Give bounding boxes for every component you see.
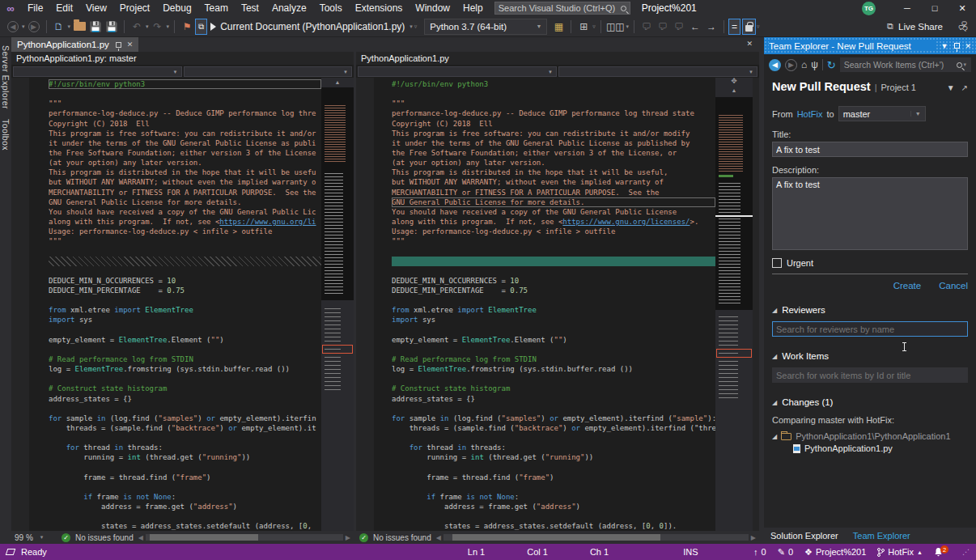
nav-dropdown-members[interactable]: ▼ <box>558 66 757 77</box>
refresh-icon[interactable]: ↻ <box>827 59 836 71</box>
diff-overflow[interactable]: ▿ <box>757 23 760 30</box>
quick-search-box[interactable]: Search Visual Studio (Ctrl+Q) <box>494 2 630 15</box>
menu-file[interactable]: File <box>21 2 49 14</box>
pending-edits[interactable]: ✎ 0 <box>778 547 793 558</box>
create-button[interactable]: Create <box>893 281 922 291</box>
repository-picker[interactable]: ❖ Project%201 <box>804 547 866 558</box>
forward-button[interactable]: ▶ <box>785 59 797 71</box>
maximize-button[interactable]: □ <box>921 0 948 16</box>
live-share-label[interactable]: Live Share <box>898 22 943 32</box>
user-avatar[interactable]: TG <box>862 2 876 15</box>
python-environment-dropdown[interactable]: Python 3.7 (64-bit) ▼ <box>424 19 547 35</box>
reviewers-search-input[interactable] <box>772 321 968 337</box>
split-handle-icon[interactable]: ✥ <box>715 77 753 85</box>
target-branch-dropdown[interactable]: master ▼ <box>838 106 926 121</box>
status-line[interactable]: Ln 1 <box>468 547 485 557</box>
back-button[interactable]: ◀ <box>769 59 781 71</box>
comment-prev-icon[interactable]: 🗩 <box>656 19 670 35</box>
navigate-back-dropdown[interactable]: ▾ <box>22 23 25 30</box>
open-file-icon[interactable] <box>72 19 87 35</box>
notifications-button[interactable]: 2 <box>934 547 943 557</box>
menu-project[interactable]: Project <box>113 2 156 14</box>
tab-solution-explorer[interactable]: Solution Explorer <box>770 531 838 541</box>
scroll-up-icon[interactable]: ▲ <box>321 79 354 85</box>
pr-title-input[interactable] <box>772 142 968 157</box>
changes-folder-row[interactable]: ◢ PythonApplication1\PythonApplication1 <box>772 431 968 441</box>
home-icon[interactable]: ⌂ <box>801 59 807 70</box>
menu-edit[interactable]: Edit <box>49 2 79 14</box>
background-tasks-icon[interactable] <box>6 549 16 555</box>
minimize-button[interactable]: ─ <box>893 0 921 16</box>
attach-icon[interactable]: ⚑ <box>180 19 194 35</box>
pin-icon[interactable] <box>116 42 121 48</box>
menu-debug[interactable]: Debug <box>156 2 197 14</box>
side-by-side-dropdown[interactable]: ▾ <box>626 23 630 30</box>
redo-icon[interactable]: ↷ <box>151 19 165 35</box>
tab-close-icon[interactable]: ✕ <box>127 40 134 49</box>
status-column[interactable]: Col 1 <box>527 547 548 557</box>
window-position-dropdown[interactable]: ▼ <box>941 42 948 50</box>
work-items-search-input[interactable] <box>772 367 968 383</box>
nav-dropdown-types[interactable]: ▼ <box>13 66 182 77</box>
changes-file-row[interactable]: PythonApplication1.py <box>793 443 968 453</box>
menu-help[interactable]: Help <box>456 2 490 14</box>
connections-plug-icon[interactable]: ψ <box>811 59 818 70</box>
sync-lock-toggle[interactable] <box>742 19 756 35</box>
sidebar-item-server-explorer[interactable]: Server Explorer <box>1 40 11 114</box>
right-code-editor[interactable]: #!/usr/bin/env python3"""performance-log… <box>356 78 715 531</box>
scroll-up-icon[interactable]: ▲ <box>715 87 753 93</box>
menu-window[interactable]: Window <box>409 2 456 14</box>
menu-tools[interactable]: Tools <box>313 2 349 14</box>
work-items-search-box[interactable]: Search Work Items (Ctrl+') ▾ <box>840 57 971 72</box>
new-file-icon[interactable]: 🗋 <box>52 19 66 35</box>
save-icon[interactable]: 💾 <box>88 19 103 35</box>
package-manager-icon[interactable]: ▦ <box>551 19 566 35</box>
left-horizontal-scrollbar[interactable]: ◀▶ <box>138 533 350 541</box>
sidebar-item-toolbox[interactable]: Toolbox <box>1 114 11 155</box>
tab-team-explorer[interactable]: Team Explorer <box>853 531 910 541</box>
menu-team[interactable]: Team <box>198 2 235 14</box>
panel-close-icon[interactable]: ✕ <box>965 42 971 50</box>
prev-change-icon[interactable]: ← <box>688 19 702 35</box>
window-layout-overflow[interactable]: ▿ <box>592 23 596 30</box>
comment-next-icon[interactable]: 🗩 <box>672 19 686 35</box>
save-all-icon[interactable]: 💾 <box>104 19 119 35</box>
side-by-side-icon[interactable]: ◫◫ <box>606 19 625 35</box>
redo-dropdown[interactable]: ▾ <box>167 23 170 30</box>
status-insert-mode[interactable]: INS <box>683 547 698 557</box>
page-dropdown-icon[interactable]: ▼ <box>947 83 955 92</box>
close-button[interactable]: ✕ <box>948 0 976 16</box>
nav-dropdown-members[interactable]: ▼ <box>184 66 353 77</box>
work-items-section-header[interactable]: ◢ Work Items <box>772 351 968 361</box>
menu-analyze[interactable]: Analyze <box>265 2 313 14</box>
undock-icon[interactable]: ↗ <box>961 83 968 92</box>
run-target-dropdown[interactable]: ▾ <box>409 23 413 30</box>
menu-view[interactable]: View <box>79 2 113 14</box>
next-change-icon[interactable]: → <box>704 19 719 35</box>
urgent-checkbox[interactable] <box>772 258 782 268</box>
cancel-button[interactable]: Cancel <box>939 281 968 291</box>
navigate-forward-icon[interactable]: ▶ <box>27 19 41 35</box>
comment-icon[interactable]: 🗩 <box>639 19 654 35</box>
status-character[interactable]: Ch 1 <box>590 547 609 557</box>
left-minimap[interactable]: ▲ <box>321 78 354 531</box>
search-dropdown[interactable]: ▾ <box>963 62 966 68</box>
navigate-back-icon[interactable]: ◀ <box>6 19 20 35</box>
menu-extensions[interactable]: Extensions <box>349 2 409 14</box>
document-group-close-icon[interactable]: ✕ <box>746 40 753 48</box>
zoom-selector[interactable]: 99 % ▾ <box>15 533 57 542</box>
from-branch-link[interactable]: HotFix <box>797 109 823 119</box>
undo-icon[interactable]: ↶ <box>129 19 144 35</box>
resize-grip[interactable]: ⋰ <box>962 548 970 556</box>
right-horizontal-scrollbar[interactable]: ◀▶ <box>436 533 756 541</box>
run-overflow[interactable]: ▿ <box>414 23 418 30</box>
undo-dropdown[interactable]: ▾ <box>146 23 149 30</box>
pr-description-input[interactable]: A fix to test <box>772 177 968 250</box>
unpushed-commits[interactable]: ↑ 0 <box>753 547 766 557</box>
reviewers-section-header[interactable]: ◢ Reviewers <box>772 305 968 315</box>
new-file-dropdown[interactable]: ▾ <box>68 23 71 30</box>
document-tab[interactable]: PythonApplication1.py ✕ <box>11 37 138 52</box>
start-debug-group[interactable]: Current Document (PythonApplication1.py)… <box>210 21 418 32</box>
right-minimap[interactable]: ▲ ✥ <box>715 78 753 531</box>
left-code-editor[interactable]: #!/usr/bin/env python3"""performance-log… <box>11 78 321 531</box>
